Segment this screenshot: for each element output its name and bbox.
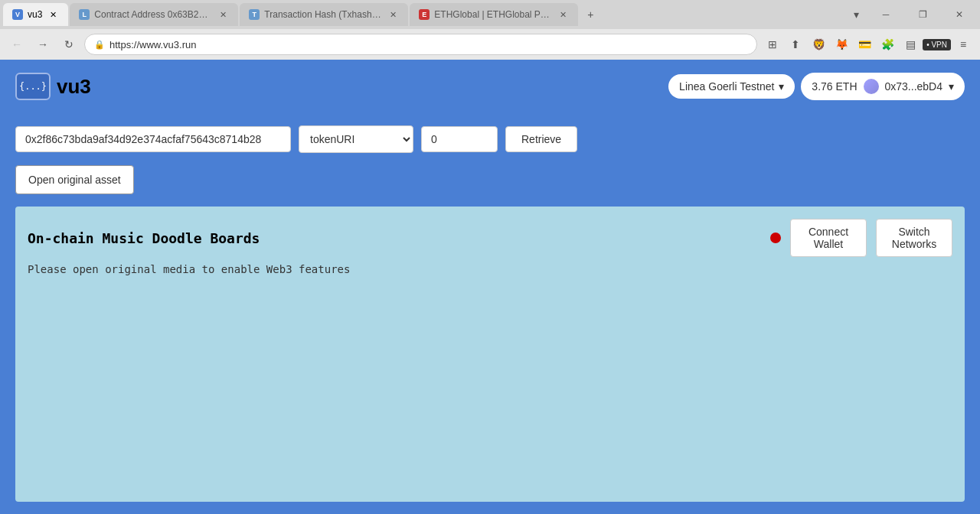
tab-favicon-ethglobal: E <box>419 9 430 20</box>
open-original-asset-button[interactable]: Open original asset <box>15 165 134 194</box>
app-content: {...} vu3 Linea Goerli Testnet ▾ 3.76 ET… <box>0 60 980 514</box>
method-select[interactable]: tokenURI ownerOf balanceOf tokenOfOwnerB… <box>299 125 413 153</box>
share-button[interactable]: ⬆ <box>785 34 806 55</box>
logo-icon: {...} <box>15 73 51 100</box>
tab-title-txhash: Transaction Hash (Txhash) Details | Lin.… <box>264 9 382 20</box>
menu-button[interactable]: ≡ <box>952 34 974 55</box>
lock-icon: 🔒 <box>94 40 105 50</box>
vpn-badge[interactable]: • VPN <box>923 39 951 50</box>
extensions-button[interactable]: 🧩 <box>877 34 898 55</box>
browser-chrome: V vu3 ✕ L Contract Address 0x63B2ED1A537… <box>0 0 980 60</box>
network-selector[interactable]: Linea Goerli Testnet ▾ <box>668 74 795 99</box>
tab-title-ethglobal: ETHGlobal | ETHGlobal Paris Details <box>434 9 552 20</box>
contract-address-input[interactable] <box>15 126 291 152</box>
wallet-info[interactable]: 3.76 ETH 0x73...ebD4 ▾ <box>801 73 965 100</box>
eth-amount: 3.76 ETH <box>812 80 857 93</box>
tab-favicon-txhash: T <box>249 9 260 20</box>
metamask-icon[interactable]: 🦊 <box>831 34 852 55</box>
tab-title-contract: Contract Address 0x63B2ED1A53776a... <box>94 9 212 20</box>
tab-close-vu3[interactable]: ✕ <box>47 8 59 21</box>
tab-close-ethglobal[interactable]: ✕ <box>557 8 569 21</box>
tab-bar: V vu3 ✕ L Contract Address 0x63B2ED1A537… <box>0 0 980 29</box>
window-controls: ▾ ─ ❐ ✕ <box>845 0 977 29</box>
token-id-input[interactable] <box>421 126 498 152</box>
tab-close-txhash[interactable]: ✕ <box>387 8 399 21</box>
content-panel: On-chain Music Doodle Boards ConnectWall… <box>15 207 965 502</box>
tab-ethglobal[interactable]: E ETHGlobal | ETHGlobal Paris Details ✕ <box>410 3 578 26</box>
wallet-avatar-icon <box>864 79 879 94</box>
tab-title-vu3: vu3 <box>28 9 42 20</box>
back-button[interactable]: ← <box>6 34 28 55</box>
network-label: Linea Goerli Testnet <box>679 80 774 93</box>
app-header: {...} vu3 Linea Goerli Testnet ▾ 3.76 ET… <box>0 60 980 113</box>
reload-button[interactable]: ↻ <box>58 34 80 55</box>
screenshot-tool[interactable]: ⊞ <box>762 34 783 55</box>
tab-contract[interactable]: L Contract Address 0x63B2ED1A53776a... ✕ <box>70 3 238 26</box>
new-tab-button[interactable]: + <box>580 4 601 25</box>
switch-networks-button[interactable]: SwitchNetworks <box>876 219 952 257</box>
tab-close-contract[interactable]: ✕ <box>217 8 229 21</box>
wallet-chevron: ▾ <box>949 80 954 93</box>
browser-tools: ⊞ ⬆ 🦁 🦊 💳 🧩 ▤ • VPN ≡ <box>762 34 974 55</box>
wallet-icon-btn[interactable]: 💳 <box>854 34 875 55</box>
connect-wallet-button[interactable]: ConnectWallet <box>790 219 867 257</box>
main-area: tokenURI ownerOf balanceOf tokenOfOwnerB… <box>0 113 980 514</box>
tab-vu3[interactable]: V vu3 ✕ <box>3 3 68 26</box>
forward-button[interactable]: → <box>32 34 54 55</box>
brave-icon[interactable]: 🦁 <box>808 34 829 55</box>
address-bar: ← → ↻ 🔒 https://www.vu3.run ⊞ ⬆ 🦁 🦊 💳 🧩 … <box>0 29 980 60</box>
panel-title: On-chain Music Doodle Boards <box>28 230 761 246</box>
retrieve-button[interactable]: Retrieve <box>505 126 577 152</box>
header-right: Linea Goerli Testnet ▾ 3.76 ETH 0x73...e… <box>668 73 965 100</box>
minimize-button[interactable]: ─ <box>868 0 903 29</box>
address-bar-input[interactable]: 🔒 https://www.vu3.run <box>84 34 757 55</box>
url-text: https://www.vu3.run <box>109 39 747 50</box>
tab-favicon-vu3: V <box>12 9 23 20</box>
contract-row: tokenURI ownerOf balanceOf tokenOfOwnerB… <box>15 125 965 153</box>
wallet-address: 0x73...ebD4 <box>885 80 943 93</box>
tab-list-button[interactable]: ▾ <box>845 4 867 25</box>
restore-button[interactable]: ❐ <box>905 0 940 29</box>
status-dot <box>770 233 781 243</box>
close-button[interactable]: ✕ <box>942 0 977 29</box>
panel-header-row: On-chain Music Doodle Boards ConnectWall… <box>28 219 952 257</box>
tab-favicon-contract: L <box>79 9 90 20</box>
panel-subtitle: Please open original media to enable Web… <box>28 263 952 275</box>
logo-wrapper: {...} vu3 <box>15 73 91 100</box>
tab-txhash[interactable]: T Transaction Hash (Txhash) Details | Li… <box>240 3 408 26</box>
sidebar-button[interactable]: ▤ <box>900 34 921 55</box>
network-chevron: ▾ <box>779 80 784 93</box>
app-name: vu3 <box>57 75 91 99</box>
